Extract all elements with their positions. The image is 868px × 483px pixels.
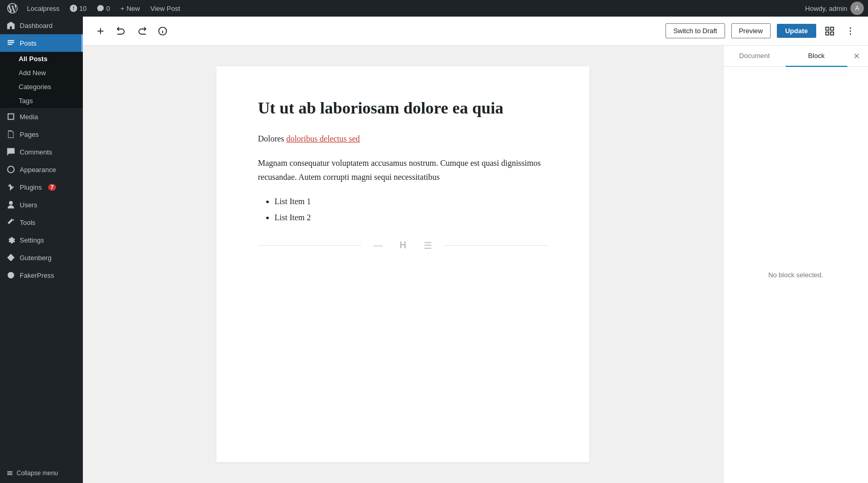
switch-to-draft-button[interactable]: Switch to Draft [666, 23, 725, 38]
panel-tabs: Document Block [724, 46, 868, 67]
undo-button[interactable] [112, 22, 131, 40]
preview-button[interactable]: Preview [731, 23, 771, 38]
updates-item[interactable]: 10 [66, 0, 91, 17]
admin-bar: Localpress 10 0 + New View Post Howdy, a… [0, 0, 868, 17]
avatar: A [850, 2, 864, 15]
collapse-menu-label: Collapse menu [17, 470, 58, 477]
update-button[interactable]: Update [777, 24, 816, 38]
separator-icon[interactable]: — [370, 237, 386, 254]
editor-content-wrapper: Ut ut ab laboriosam dolore ea quia Dolor… [83, 46, 868, 483]
sidebar-item-settings-label: Settings [20, 236, 44, 244]
list-item-2: List Item 2 [274, 210, 548, 224]
svg-point-9 [850, 27, 851, 29]
paragraph-1-text: Dolores [258, 134, 286, 143]
main-layout: Dashboard Posts All Posts Add New Catego… [0, 17, 868, 483]
list-item-1: List Item 1 [274, 194, 548, 208]
posts-submenu: All Posts Add New Categories Tags [0, 52, 83, 108]
no-block-selected-text: No block selected. [768, 271, 823, 279]
paragraph-1-link[interactable]: doloribus delectus sed [286, 134, 360, 143]
heading-icon[interactable]: H [395, 237, 411, 254]
list-icon[interactable]: ☰ [419, 237, 436, 254]
new-content-item[interactable]: + New [117, 5, 144, 12]
tab-block[interactable]: Block [786, 46, 848, 67]
more-options-button[interactable] [841, 22, 860, 40]
svg-rect-5 [826, 27, 829, 30]
sidebar-sub-tags[interactable]: Tags [0, 94, 83, 108]
post-list[interactable]: List Item 1 List Item 2 [258, 194, 548, 224]
sidebar-item-fakerpress[interactable]: FakerPress [0, 266, 83, 284]
post-paragraph-2[interactable]: Magnam consequatur voluptatem accusamus … [258, 156, 548, 184]
editor-toolbar: Switch to Draft Preview Update [83, 17, 868, 46]
sidebar-sub-add-new[interactable]: Add New [0, 66, 83, 80]
sidebar-item-plugins-label: Plugins [20, 183, 42, 191]
sidebar-item-tools-label: Tools [20, 219, 35, 226]
sidebar-item-pages-label: Pages [20, 131, 39, 138]
post-title[interactable]: Ut ut ab laboriosam dolore ea quia [258, 97, 548, 119]
svg-point-11 [850, 33, 851, 35]
svg-point-0 [8, 272, 15, 279]
editor-canvas[interactable]: Ut ut ab laboriosam dolore ea quia Dolor… [83, 46, 723, 483]
sidebar-item-pages[interactable]: Pages [0, 125, 83, 143]
svg-rect-6 [831, 27, 834, 30]
sidebar-item-gutenberg[interactable]: Gutenberg [0, 249, 83, 266]
tab-document[interactable]: Document [724, 46, 786, 67]
panel-close-button[interactable] [847, 47, 866, 65]
plugins-badge: 7 [48, 184, 56, 191]
editor-wrapper: Switch to Draft Preview Update Ut ut ab … [83, 17, 868, 483]
sidebar: Dashboard Posts All Posts Add New Catego… [0, 17, 83, 483]
collapse-menu[interactable]: Collapse menu [0, 463, 83, 483]
sidebar-item-users[interactable]: Users [0, 196, 83, 214]
sidebar-item-comments[interactable]: Comments [0, 143, 83, 161]
add-block-button[interactable] [91, 22, 110, 40]
sidebar-item-fakerpress-label: FakerPress [20, 272, 54, 279]
sidebar-item-posts[interactable]: Posts [0, 34, 83, 52]
wp-logo[interactable] [4, 0, 21, 17]
sidebar-item-dashboard[interactable]: Dashboard [0, 17, 83, 34]
sidebar-item-dashboard-label: Dashboard [20, 22, 53, 30]
sidebar-item-appearance[interactable]: Appearance [0, 161, 83, 178]
info-button[interactable] [153, 22, 172, 40]
redo-button[interactable] [133, 22, 151, 40]
editor-post: Ut ut ab laboriosam dolore ea quia Dolor… [216, 66, 589, 462]
panel-body: No block selected. [724, 67, 868, 483]
sidebar-item-tools[interactable]: Tools [0, 214, 83, 231]
sidebar-item-plugins[interactable]: Plugins 7 [0, 178, 83, 196]
sidebar-sub-categories[interactable]: Categories [0, 80, 83, 94]
svg-rect-8 [826, 32, 829, 35]
view-post-item[interactable]: View Post [146, 5, 184, 12]
right-panel: Document Block No block selected. [723, 46, 868, 483]
sidebar-item-comments-label: Comments [20, 148, 52, 156]
sidebar-sub-all-posts[interactable]: All Posts [0, 52, 83, 66]
sidebar-item-users-label: Users [20, 201, 37, 209]
sidebar-menu: Dashboard Posts All Posts Add New Catego… [0, 17, 83, 284]
comments-item[interactable]: 0 [93, 0, 114, 17]
sidebar-item-media[interactable]: Media [0, 108, 83, 125]
settings-toggle-button[interactable] [820, 22, 839, 40]
block-inserter-row: — H ☰ [258, 237, 548, 254]
svg-rect-7 [831, 32, 834, 35]
sidebar-item-appearance-label: Appearance [20, 166, 56, 174]
sidebar-item-gutenberg-label: Gutenberg [20, 254, 51, 262]
sidebar-item-posts-label: Posts [20, 39, 37, 47]
post-paragraph-1[interactable]: Dolores doloribus delectus sed [258, 132, 548, 146]
sidebar-item-media-label: Media [20, 113, 38, 121]
svg-point-10 [850, 30, 851, 32]
sidebar-item-settings[interactable]: Settings [0, 231, 83, 249]
howdy-label: Howdy, admin A [805, 2, 864, 15]
site-name[interactable]: Localpress [23, 0, 64, 17]
